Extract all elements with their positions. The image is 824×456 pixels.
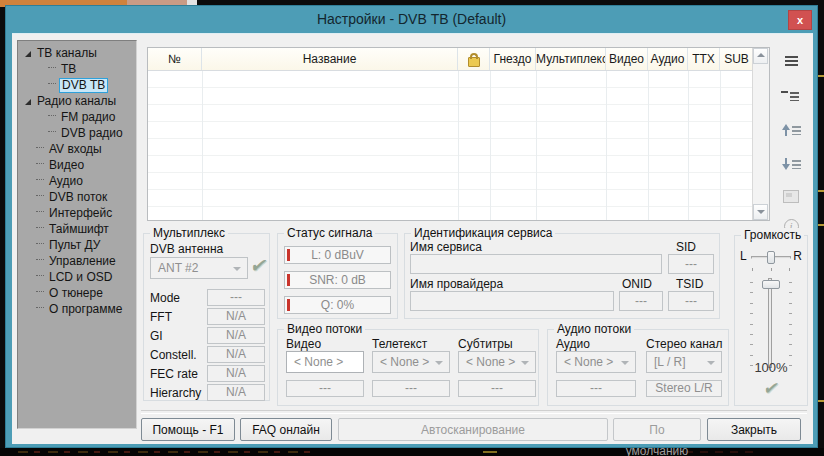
- teletext-select[interactable]: < None >: [372, 351, 450, 373]
- desktop-artifact: [817, 224, 824, 226]
- column-separator: [720, 71, 721, 220]
- sidebar-item-timeshift[interactable]: Таймшифт: [18, 221, 136, 237]
- dialog-client-area: ТВ каналы ТВ DVB ТВ Радио каналы FM ради…: [12, 33, 813, 444]
- table-header: № Название Гнездо Мультиплекс Видео Ауди…: [148, 48, 753, 71]
- tree-connector: [36, 275, 44, 277]
- sidebar-item-interface[interactable]: Интерфейс: [18, 205, 136, 221]
- service-name-field[interactable]: [410, 254, 662, 274]
- tree-connector: [36, 259, 44, 261]
- tree-connector: [48, 83, 56, 85]
- table-scrollbar[interactable]: [752, 48, 769, 220]
- sidebar-item-tv[interactable]: ТВ: [18, 61, 136, 77]
- volume-slider-thumb[interactable]: [762, 280, 780, 289]
- group-title: Мультиплекс: [150, 226, 228, 240]
- autoscan-button[interactable]: Автосканирование: [338, 418, 608, 441]
- apply-volume-wrap: ✔: [735, 378, 807, 399]
- move-channel-down-icon[interactable]: [778, 152, 804, 176]
- column-separator: [648, 71, 649, 220]
- column-ttx[interactable]: TTX: [688, 48, 720, 70]
- param-value: ---: [207, 289, 265, 306]
- video-pid-field: ---: [286, 380, 364, 397]
- sidebar-item-radio-channels[interactable]: Радио каналы: [18, 93, 136, 109]
- stereo-select[interactable]: [L / R]: [646, 351, 722, 373]
- subtitles-pid-field: ---: [458, 380, 536, 397]
- column-multiplex[interactable]: Мультиплекс: [536, 48, 606, 70]
- video-streams-group: Видео потоки Видео Телетекст Субтитры < …: [277, 329, 539, 406]
- edit-channel-icon[interactable]: [778, 184, 804, 208]
- volume-slider[interactable]: [768, 278, 772, 368]
- column-video[interactable]: Видео: [606, 48, 648, 70]
- param-label: Constell.: [150, 348, 197, 362]
- tree-connector: [36, 227, 44, 229]
- column-separator: [536, 71, 537, 220]
- expand-icon[interactable]: [25, 51, 31, 57]
- channel-list-icon[interactable]: [778, 50, 804, 74]
- antenna-select[interactable]: ANT #2: [150, 257, 248, 279]
- param-value: N/A: [207, 384, 265, 401]
- signal-level-meter: L: 0 dBuV: [284, 246, 391, 264]
- chevron-down-icon: [621, 361, 629, 365]
- column-audio[interactable]: Аудио: [648, 48, 688, 70]
- param-value: N/A: [207, 365, 265, 382]
- audio-select[interactable]: < None >: [556, 351, 636, 373]
- sidebar-item-about-program[interactable]: О программе: [18, 301, 136, 317]
- sidebar-item-lcd-osd[interactable]: LCD и OSD: [18, 269, 136, 285]
- expand-icon[interactable]: [25, 99, 31, 105]
- column-lock[interactable]: [458, 48, 490, 70]
- settings-tree: ТВ каналы ТВ DVB ТВ Радио каналы FM ради…: [17, 40, 137, 429]
- chevron-down-icon: [435, 361, 443, 365]
- balance-left-label: L: [740, 249, 747, 263]
- column-slot[interactable]: Гнездо: [490, 48, 536, 70]
- scroll-down-icon[interactable]: [753, 204, 768, 220]
- balance-slider-thumb[interactable]: [767, 251, 775, 264]
- sidebar-item-audio[interactable]: Аудио: [18, 173, 136, 189]
- scroll-up-icon[interactable]: [753, 48, 768, 64]
- desktop-artifact: [817, 75, 824, 77]
- balance-tick: [771, 268, 772, 271]
- tree-connector: [36, 179, 44, 181]
- signal-quality-meter: Q: 0%: [284, 296, 391, 314]
- faq-button[interactable]: FAQ онлайн: [240, 418, 332, 441]
- sidebar-item-dvb-stream[interactable]: DVB поток: [18, 189, 136, 205]
- tree-connector: [36, 211, 44, 213]
- volume-percent: 100%: [735, 360, 807, 375]
- group-title: Идентификация сервиса: [411, 226, 555, 240]
- chevron-down-icon: [521, 361, 529, 365]
- sidebar-item-fm-radio[interactable]: FM радио: [18, 109, 136, 125]
- provider-field[interactable]: [410, 291, 614, 311]
- group-title: Аудио потоки: [554, 322, 634, 336]
- close-icon[interactable]: x: [788, 10, 812, 30]
- column-separator: [606, 71, 607, 220]
- sidebar-item-remote[interactable]: Пульт ДУ: [18, 237, 136, 253]
- sidebar-item-dvb-radio[interactable]: DVB радио: [18, 125, 136, 141]
- help-button[interactable]: Помощь - F1: [141, 418, 235, 441]
- remove-channel-icon[interactable]: [778, 84, 804, 108]
- service-name-label: Имя сервиса: [410, 240, 482, 254]
- sidebar-item-av-inputs[interactable]: AV входы: [18, 141, 136, 157]
- sidebar-item-about-tuner[interactable]: О тюнере: [18, 285, 136, 301]
- title-bar[interactable]: Настройки - DVB ТВ (Default) x: [6, 6, 817, 33]
- param-label: Mode: [150, 291, 180, 305]
- desktop-bottom-text: [483, 451, 497, 453]
- sidebar-item-tv-channels[interactable]: ТВ каналы: [18, 45, 136, 61]
- column-name[interactable]: Название: [202, 48, 458, 70]
- apply-volume-icon[interactable]: ✔: [761, 378, 780, 399]
- volume-ticks: [789, 282, 792, 366]
- sidebar-item-dvb-tv[interactable]: DVB ТВ: [18, 77, 136, 93]
- param-value: N/A: [207, 346, 265, 363]
- audio-pid-field: ---: [556, 380, 636, 397]
- param-label: GI: [150, 329, 163, 343]
- teletext-pid-field: ---: [372, 380, 450, 397]
- sidebar-item-video[interactable]: Видео: [18, 157, 136, 173]
- sidebar-item-control[interactable]: Управление: [18, 253, 136, 269]
- apply-antenna-icon[interactable]: ✔: [248, 254, 270, 277]
- move-channel-up-icon[interactable]: [778, 118, 804, 142]
- video-select[interactable]: < None >: [286, 351, 364, 373]
- defaults-button[interactable]: По умолчанию: [613, 418, 701, 441]
- column-number[interactable]: №: [148, 48, 202, 70]
- subtitles-select[interactable]: < None >: [458, 351, 536, 373]
- column-sub[interactable]: SUB: [720, 48, 753, 70]
- audio-streams-group: Аудио потоки Аудио Стерео канал < None >…: [547, 329, 729, 406]
- settings-dialog: Настройки - DVB ТВ (Default) x ТВ каналы…: [5, 5, 818, 448]
- close-button[interactable]: Закрыть: [707, 418, 801, 441]
